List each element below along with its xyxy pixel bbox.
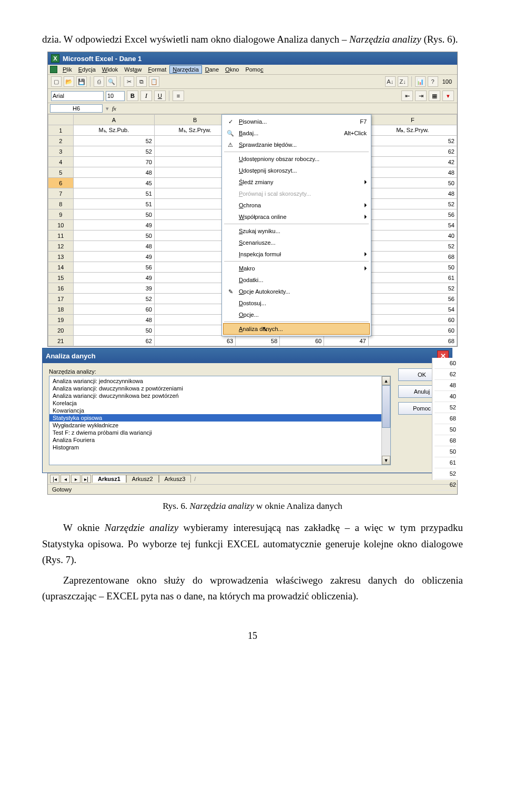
menu-item[interactable]: Opcje... <box>223 309 370 320</box>
cell[interactable]: 60 <box>368 315 457 325</box>
print-icon[interactable]: ⎙ <box>94 76 104 87</box>
menu-item[interactable]: Format <box>145 65 169 74</box>
new-icon[interactable]: ▢ <box>51 76 62 87</box>
row-header[interactable]: 9 <box>48 209 74 220</box>
borders-icon[interactable]: ▦ <box>429 91 440 101</box>
list-item[interactable]: Wygładzanie wykładnicze <box>49 422 381 429</box>
list-item[interactable]: Analiza wariancji: jednoczynnikowa <box>49 377 381 385</box>
scroll-track[interactable] <box>382 385 390 456</box>
menu-item[interactable]: Edycja <box>75 65 99 74</box>
menu-item[interactable]: Śledź zmiany <box>223 176 370 188</box>
font-name-input[interactable] <box>51 91 104 101</box>
cell[interactable]: 51 <box>73 199 154 209</box>
cell[interactable]: 54 <box>368 304 457 315</box>
scroll-thumb[interactable] <box>382 385 390 427</box>
cell[interactable]: 42 <box>368 157 457 167</box>
list-item[interactable]: Analiza wariancji: dwuczynnikowa z powtó… <box>49 385 381 392</box>
menu-item[interactable]: Okno <box>222 65 242 74</box>
cell[interactable]: 39 <box>73 283 154 294</box>
cell[interactable]: 45 <box>73 178 154 188</box>
open-icon[interactable]: 📂 <box>64 76 74 87</box>
row-header[interactable]: 8 <box>48 199 74 209</box>
cell[interactable]: 60 <box>368 325 457 336</box>
row-header[interactable]: 16 <box>48 283 74 294</box>
sort-asc-icon[interactable]: A↓ <box>385 76 396 87</box>
menu-item[interactable]: Dostosuj... <box>223 297 370 309</box>
menu-item[interactable]: Analiza danych...↖ <box>223 323 370 335</box>
indent-inc-icon[interactable]: ⇥ <box>415 91 427 101</box>
cell[interactable]: 49 <box>73 273 154 283</box>
col-header-f[interactable]: F <box>368 115 457 125</box>
list-item[interactable]: Korelacja <box>49 399 381 407</box>
cell[interactable]: 68 <box>368 336 457 346</box>
sort-desc-icon[interactable]: Z↓ <box>398 76 408 87</box>
cell[interactable]: 48 <box>73 167 154 178</box>
analysis-listbox[interactable]: Analiza wariancji: jednoczynnikowaAnaliz… <box>49 376 391 465</box>
fill-color-icon[interactable]: ▾ <box>442 91 454 101</box>
listbox-scrollbar[interactable]: ▲ ▼ <box>381 376 390 465</box>
row-header[interactable]: 6 <box>48 178 74 188</box>
cell[interactable]: 49 <box>73 252 154 262</box>
menu-item[interactable]: Wstaw <box>121 65 145 74</box>
row-header[interactable]: 15 <box>48 273 74 283</box>
cell[interactable]: 61 <box>368 273 457 283</box>
row-header[interactable]: 1 <box>48 125 74 136</box>
cell[interactable]: 50 <box>73 325 154 336</box>
cell[interactable]: 49 <box>73 220 154 230</box>
cell[interactable]: 68 <box>368 252 457 262</box>
align-left-icon[interactable]: ≡ <box>173 91 184 101</box>
cell[interactable]: 52 <box>368 283 457 294</box>
fx-icon[interactable]: fx <box>112 105 116 112</box>
sheet-tab[interactable]: Arkusz2 <box>126 475 159 483</box>
tab-nav-last-icon[interactable]: ▸| <box>82 475 91 483</box>
sheet-tab[interactable]: Arkusz1 <box>92 475 126 483</box>
save-icon[interactable]: 💾 <box>76 76 87 87</box>
menu-item[interactable]: Inspekcja formuł <box>223 248 370 260</box>
menu-item[interactable]: Widok <box>99 65 122 74</box>
row-header[interactable]: 18 <box>48 304 74 315</box>
menu-item[interactable]: Ochrona <box>223 199 370 211</box>
menu-item[interactable]: Współpraca online <box>223 211 370 223</box>
copy-icon[interactable]: ⧉ <box>136 76 147 87</box>
menu-item[interactable]: Szukaj wyniku... <box>223 225 370 237</box>
menu-item[interactable]: Dane <box>202 65 222 74</box>
menu-item[interactable]: Udostępniony obszar roboczy... <box>223 153 370 165</box>
cell[interactable]: 50 <box>73 209 154 220</box>
cell[interactable]: 56 <box>368 294 457 304</box>
cell[interactable]: 62 <box>73 336 154 346</box>
row-header[interactable]: 3 <box>48 146 74 157</box>
menu-item[interactable]: Pomoc <box>242 65 266 74</box>
cell[interactable]: 52 <box>73 146 154 157</box>
row-header[interactable]: 11 <box>48 230 74 241</box>
scroll-up-icon[interactable]: ▲ <box>382 376 390 385</box>
menu-item[interactable]: Dodatki... <box>223 274 370 286</box>
list-item[interactable]: Statystyka opisowa <box>49 414 381 422</box>
row-header[interactable]: 13 <box>48 252 74 262</box>
tools-menu-dropdown[interactable]: ✓Pisownia...F7🔍Badaj...Alt+Click⚠Sprawdz… <box>221 114 371 336</box>
cell[interactable]: 60 <box>73 304 154 315</box>
scroll-down-icon[interactable]: ▼ <box>382 456 390 465</box>
row-header[interactable]: 2 <box>48 136 74 146</box>
name-box[interactable]: H6 <box>50 104 103 113</box>
list-item[interactable]: Analiza wariancji: dwuczynnikowa bez pow… <box>49 392 381 399</box>
font-size-input[interactable] <box>106 91 125 101</box>
paste-icon[interactable]: 📋 <box>149 76 159 87</box>
cell[interactable]: M₃, Sz.Pryw. <box>368 125 457 136</box>
cell[interactable]: 63 <box>154 336 235 346</box>
list-item[interactable]: Analiza Fouriera <box>49 436 381 444</box>
row-header[interactable]: 4 <box>48 157 74 167</box>
zoom-value[interactable]: 100 <box>440 78 454 85</box>
row-header[interactable]: 21 <box>48 336 74 346</box>
cell[interactable]: 50 <box>73 230 154 241</box>
row-header[interactable]: 5 <box>48 167 74 178</box>
chart-icon[interactable]: 📊 <box>415 76 426 87</box>
list-item[interactable]: Test F: z dwiema próbami dla wariancji <box>49 429 381 436</box>
cell[interactable]: 48 <box>73 241 154 252</box>
row-header[interactable]: 14 <box>48 262 74 273</box>
menu-item[interactable]: ✎Opcje Autokorekty... <box>223 286 370 297</box>
menu-item[interactable]: 🔍Badaj...Alt+Click <box>223 127 370 139</box>
indent-dec-icon[interactable]: ⇤ <box>401 91 413 101</box>
cell[interactable]: 48 <box>368 188 457 199</box>
cell[interactable]: 62 <box>368 146 457 157</box>
tab-nav-prev-icon[interactable]: ◂ <box>60 475 70 483</box>
